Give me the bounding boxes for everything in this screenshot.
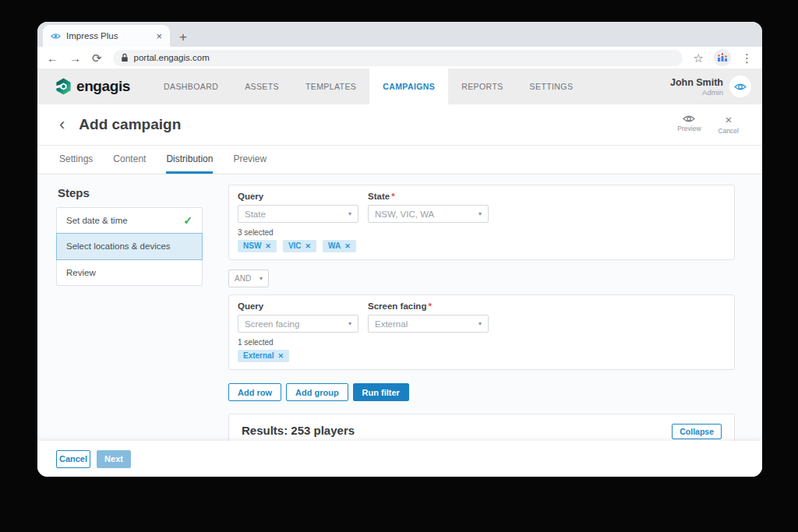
nav-item-reports[interactable]: REPORTS — [448, 69, 516, 104]
preview-button[interactable]: Preview — [677, 115, 701, 135]
chip-remove-icon[interactable]: ✕ — [344, 242, 351, 250]
state-select-value: NSW, VIC, WA — [375, 210, 434, 219]
required-asterisk: * — [428, 301, 431, 311]
chevron-down-icon: ▾ — [478, 320, 482, 327]
page-header: ‹ Add campaign Preview × Cancel — [37, 104, 762, 146]
tab-settings[interactable]: Settings — [59, 153, 93, 174]
campaign-tabs: Settings Content Distribution Preview — [37, 146, 762, 174]
step-check-icon: ✓ — [183, 214, 192, 227]
user-name: John Smith — [670, 77, 723, 88]
next-button[interactable]: Next — [97, 450, 131, 468]
avatar[interactable] — [729, 76, 751, 97]
step-select-locations-devices[interactable]: Select locations & devices — [57, 234, 202, 259]
chevron-down-icon: ▾ — [478, 210, 482, 217]
add-group-button[interactable]: Add group — [286, 383, 348, 401]
engagis-logo[interactable]: engagis — [55, 69, 130, 104]
browser-tab[interactable]: Impress Plus × — [43, 25, 170, 47]
user-menu[interactable]: John Smith Admin — [670, 69, 751, 104]
browser-menu-icon[interactable]: ⋮ — [741, 52, 753, 64]
cancel-x-icon: × — [725, 115, 732, 125]
selected-count: 1 selected — [238, 338, 722, 347]
query-select-2-value: Screen facing — [245, 319, 299, 329]
chip-external[interactable]: External ✕ — [238, 350, 289, 362]
page-title: Add campaign — [79, 116, 181, 133]
url-field[interactable]: portal.engagis.com — [113, 50, 683, 66]
back-chevron-icon[interactable]: ‹ — [59, 116, 65, 133]
step-set-date-time[interactable]: Set date & time ✓ — [57, 208, 202, 234]
chip-vic[interactable]: VIC ✕ — [283, 240, 316, 252]
required-asterisk: * — [391, 192, 394, 201]
state-label: State* — [368, 192, 489, 201]
step-label: Review — [66, 268, 96, 277]
screen-facing-label: Screen facing* — [368, 301, 489, 311]
nav-item-campaigns[interactable]: CAMPAIGNS — [369, 69, 448, 104]
tab-preview[interactable]: Preview — [233, 153, 267, 174]
query-select-value: State — [245, 210, 266, 219]
tab-distribution[interactable]: Distribution — [166, 153, 213, 174]
browser-window: Impress Plus × + ← → ⟳ portal.engagis.co… — [37, 22, 762, 477]
selected-count: 3 selected — [238, 228, 722, 237]
chevron-down-icon: ▾ — [348, 210, 351, 217]
chip-nsw[interactable]: NSW ✕ — [238, 240, 277, 252]
nav-item-assets[interactable]: ASSETS — [231, 69, 292, 104]
engagis-logo-icon — [55, 77, 72, 96]
query-label: Query — [238, 301, 358, 311]
tab-close-icon[interactable]: × — [156, 30, 162, 42]
cancel-button[interactable]: Cancel — [56, 450, 90, 468]
collapse-button[interactable]: Collapse — [672, 424, 722, 439]
step-label: Set date & time — [66, 216, 128, 225]
extension-icon[interactable] — [714, 49, 731, 66]
reload-icon[interactable]: ⟳ — [92, 52, 102, 64]
query-select-2[interactable]: Screen facing ▾ — [238, 315, 358, 333]
results-title: Results: 253 players — [242, 424, 722, 437]
step-label: Select locations & devices — [66, 241, 171, 251]
cancel-label: Cancel — [719, 127, 739, 135]
state-select[interactable]: NSW, VIC, WA ▾ — [368, 205, 489, 223]
chip-remove-icon[interactable]: ✕ — [265, 242, 271, 250]
nav-item-dashboard[interactable]: DASHBOARD — [150, 69, 231, 104]
user-role: Admin — [670, 88, 723, 97]
logo-text: engagis — [76, 78, 130, 95]
nav-item-templates[interactable]: TEMPLATES — [292, 69, 369, 104]
app-navbar: engagis DASHBOARD ASSETS TEMPLATES CAMPA… — [37, 69, 762, 104]
step-review[interactable]: Review — [57, 259, 202, 285]
bookmark-star-icon[interactable]: ☆ — [694, 52, 704, 64]
nav-item-settings[interactable]: SETTINGS — [517, 69, 587, 104]
chip-wa[interactable]: WA ✕ — [323, 240, 356, 252]
chips-row: External ✕ — [238, 350, 722, 362]
content-area: Steps Set date & time ✓ Select locations… — [37, 174, 762, 441]
back-icon[interactable]: ← — [47, 52, 58, 64]
results-panel: Results: 253 players Collapse — [228, 414, 735, 441]
tab-title: Impress Plus — [66, 31, 150, 41]
query-label: Query — [238, 192, 358, 201]
new-tab-icon[interactable]: + — [179, 30, 187, 44]
steps-heading: Steps — [58, 186, 203, 199]
run-filter-button[interactable]: Run filter — [353, 383, 409, 401]
forward-icon[interactable]: → — [69, 52, 81, 64]
chevron-down-icon: ▾ — [348, 320, 351, 327]
avatar-eye-icon — [734, 83, 747, 91]
screen-facing-select[interactable]: External ▾ — [368, 315, 489, 333]
query-select[interactable]: State ▾ — [238, 205, 358, 223]
steps-sidebar: Steps Set date & time ✓ Select locations… — [56, 185, 203, 441]
preview-eye-icon — [683, 115, 695, 123]
filter-actions: Add row Add group Run filter — [228, 383, 735, 401]
filter-row-2: Query Screen facing ▾ Screen facing* Ext… — [228, 294, 735, 370]
steps-list: Set date & time ✓ Select locations & dev… — [56, 207, 203, 286]
eye-favicon-icon — [51, 33, 61, 40]
extension-chart-glyph — [718, 53, 727, 62]
chips-row: NSW ✕ VIC ✕ WA ✕ — [238, 240, 722, 252]
wizard-footer: Cancel Next — [37, 441, 762, 477]
preview-label: Preview — [677, 125, 701, 132]
operator-value: AND — [235, 274, 251, 283]
chip-remove-icon[interactable]: ✕ — [305, 242, 312, 250]
add-row-button[interactable]: Add row — [228, 383, 281, 401]
chevron-down-icon: ▾ — [260, 275, 263, 282]
address-bar: ← → ⟳ portal.engagis.com ☆ ⋮ — [37, 47, 762, 69]
chip-remove-icon[interactable]: ✕ — [277, 352, 284, 360]
operator-select[interactable]: AND ▾ — [228, 270, 269, 287]
tab-content[interactable]: Content — [113, 153, 146, 174]
lock-icon — [121, 53, 129, 62]
screen-facing-select-value: External — [375, 319, 408, 329]
cancel-button-header[interactable]: × Cancel — [719, 115, 739, 135]
